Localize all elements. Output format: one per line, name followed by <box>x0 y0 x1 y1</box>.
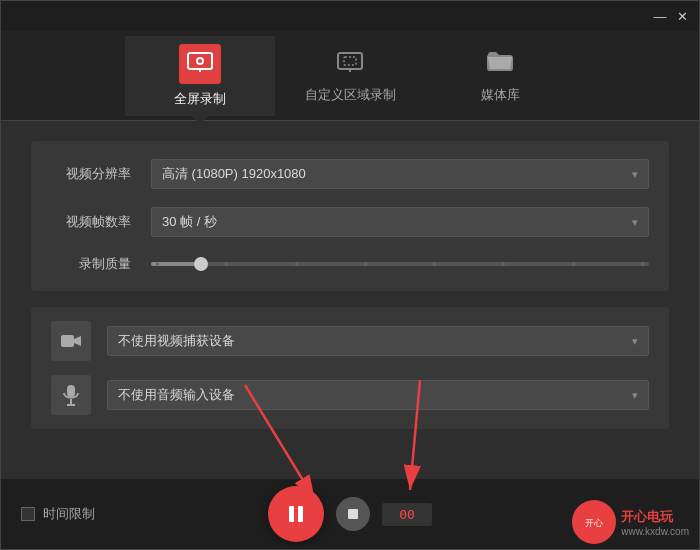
fps-value: 30 帧 / 秒 <box>162 213 217 231</box>
folder-icon <box>486 48 514 80</box>
tab-library[interactable]: 媒体库 <box>425 36 575 116</box>
svg-rect-14 <box>298 506 303 522</box>
pause-button[interactable] <box>268 486 324 542</box>
minimize-button[interactable]: — <box>651 7 669 25</box>
time-limit-area: 时间限制 <box>21 505 95 523</box>
tab-custom-label: 自定义区域录制 <box>305 86 396 104</box>
tab-fullscreen[interactable]: 全屏录制 <box>125 36 275 116</box>
slider-dot-8 <box>641 263 644 266</box>
resolution-value: 高清 (1080P) 1920x1080 <box>162 165 306 183</box>
settings-section: 视频分辨率 高清 (1080P) 1920x1080 ▾ 视频帧数率 30 帧 … <box>31 141 669 291</box>
audio-device-value: 不使用音频输入设备 <box>118 386 235 404</box>
controls-center: 00 <box>268 486 432 542</box>
slider-dot-7 <box>572 263 575 266</box>
quality-slider-container <box>151 262 649 266</box>
time-limit-checkbox[interactable] <box>21 507 35 521</box>
resolution-chevron-icon: ▾ <box>632 168 638 181</box>
video-camera-icon <box>51 321 91 361</box>
slider-dot-5 <box>433 263 436 266</box>
fps-select[interactable]: 30 帧 / 秒 ▾ <box>151 207 649 237</box>
quality-slider-track[interactable] <box>151 262 649 266</box>
resolution-row: 视频分辨率 高清 (1080P) 1920x1080 ▾ <box>51 159 649 189</box>
time-limit-label: 时间限制 <box>43 505 95 523</box>
region-record-icon <box>336 48 364 80</box>
slider-dot-6 <box>502 263 505 266</box>
video-device-value: 不使用视频捕获设备 <box>118 332 235 350</box>
main-content: 视频分辨率 高清 (1080P) 1920x1080 ▾ 视频帧数率 30 帧 … <box>1 121 699 479</box>
slider-dot-3 <box>295 263 298 266</box>
tab-fullscreen-label: 全屏录制 <box>174 90 226 108</box>
logo-main-text: 开心电玩 <box>621 508 673 526</box>
svg-point-4 <box>198 59 202 63</box>
svg-rect-13 <box>289 506 294 522</box>
slider-dot-4 <box>364 263 367 266</box>
video-device-chevron-icon: ▾ <box>632 335 638 348</box>
tabbar: 全屏录制 自定义区域录制 媒体库 <box>1 31 699 121</box>
fps-chevron-icon: ▾ <box>632 216 638 229</box>
svg-rect-6 <box>344 57 356 65</box>
logo-badge: 开心 <box>572 500 616 544</box>
audio-device-select[interactable]: 不使用音频输入设备 ▾ <box>107 380 649 410</box>
slider-dot-2 <box>225 263 228 266</box>
resolution-label: 视频分辨率 <box>51 165 131 183</box>
logo-area: 开心 开心电玩 www.kxdw.com <box>572 500 689 544</box>
audio-device-chevron-icon: ▾ <box>632 389 638 402</box>
resolution-select[interactable]: 高清 (1080P) 1920x1080 ▾ <box>151 159 649 189</box>
bottom-bar: 时间限制 00 开心 <box>1 479 699 549</box>
stop-button[interactable] <box>336 497 370 531</box>
tab-library-label: 媒体库 <box>481 86 520 104</box>
main-window: — ✕ 全屏录制 <box>0 0 700 550</box>
monitor-record-icon <box>179 44 221 84</box>
svg-rect-9 <box>61 335 74 347</box>
quality-row: 录制质量 <box>51 255 649 273</box>
titlebar: — ✕ <box>1 1 699 31</box>
time-display: 00 <box>382 503 432 526</box>
video-device-select[interactable]: 不使用视频捕获设备 ▾ <box>107 326 649 356</box>
slider-dot-1 <box>156 263 159 266</box>
audio-device-row: 不使用音频输入设备 ▾ <box>51 375 649 415</box>
close-button[interactable]: ✕ <box>673 7 691 25</box>
quality-label: 录制质量 <box>51 255 131 273</box>
logo-text-area: 开心电玩 www.kxdw.com <box>621 508 689 537</box>
logo-sub-text: www.kxdw.com <box>621 526 689 537</box>
svg-rect-5 <box>338 53 362 69</box>
device-section: 不使用视频捕获设备 ▾ 不使用音频输入设备 ▾ <box>31 307 669 429</box>
svg-rect-10 <box>67 385 75 397</box>
microphone-icon <box>51 375 91 415</box>
tab-custom[interactable]: 自定义区域录制 <box>275 36 425 116</box>
quality-slider-dots <box>151 263 649 266</box>
fps-label: 视频帧数率 <box>51 213 131 231</box>
svg-text:开心: 开心 <box>585 518 603 528</box>
svg-rect-15 <box>348 509 358 519</box>
fps-row: 视频帧数率 30 帧 / 秒 ▾ <box>51 207 649 237</box>
video-device-row: 不使用视频捕获设备 ▾ <box>51 321 649 361</box>
